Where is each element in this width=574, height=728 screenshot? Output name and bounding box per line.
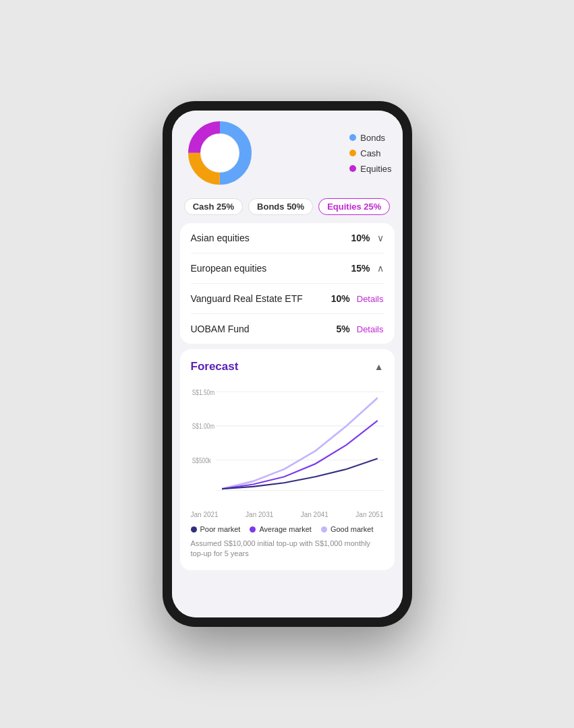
forecast-legend: Poor market Average market Good market bbox=[191, 525, 384, 533]
bonds-dot bbox=[349, 134, 356, 141]
alloc-right-uobam: 5% Details bbox=[337, 324, 384, 334]
alloc-row-asian[interactable]: Asian equities 10% ∨ bbox=[191, 223, 384, 253]
legend-item-equities: Equities bbox=[349, 164, 391, 174]
donut-chart bbox=[183, 116, 257, 190]
forecast-collapse-icon[interactable]: ▲ bbox=[374, 361, 384, 372]
forecast-chart: S$1.50m S$1.00m S$500k bbox=[191, 384, 384, 508]
alloc-label-european: European equities bbox=[191, 263, 267, 274]
chart-legend: Bonds Cash Equities bbox=[349, 133, 391, 174]
alloc-pct-asian: 10% bbox=[351, 233, 370, 243]
alloc-label-uobam: UOBAM Fund bbox=[191, 324, 250, 334]
pill-cash[interactable]: Cash 25% bbox=[184, 198, 243, 215]
alloc-label-vanguard: Vanguard Real Estate ETF bbox=[191, 293, 303, 304]
x-label-2041: Jan 2041 bbox=[301, 511, 328, 518]
pill-equities-label: Equities bbox=[327, 202, 364, 212]
forecast-card: Forecast ▲ S$1.50m S$1.00m S$500k bbox=[180, 349, 395, 570]
pill-bonds-label: Bonds bbox=[257, 202, 287, 212]
alloc-row-uobam[interactable]: UOBAM Fund 5% Details bbox=[191, 314, 384, 344]
pill-equities-value: 25% bbox=[364, 202, 381, 212]
fl-label-average: Average market bbox=[259, 525, 311, 533]
legend-label-equities: Equities bbox=[360, 164, 391, 174]
alloc-right-european: 15% ∧ bbox=[351, 263, 383, 274]
fl-item-good: Good market bbox=[321, 525, 374, 533]
screen-content: Bonds Cash Equities Cash 25% bbox=[172, 111, 403, 617]
svg-text:S$1.00m: S$1.00m bbox=[192, 423, 214, 431]
alloc-right-asian: 10% ∨ bbox=[351, 233, 383, 243]
svg-point-3 bbox=[201, 134, 239, 172]
pill-bonds[interactable]: Bonds 50% bbox=[248, 198, 313, 215]
svg-text:S$1.50m: S$1.50m bbox=[192, 389, 214, 396]
details-link-vanguard[interactable]: Details bbox=[357, 294, 384, 304]
forecast-header: Forecast ▲ bbox=[191, 360, 384, 373]
forecast-note: Assumed S$10,000 initial top-up with S$1… bbox=[191, 539, 384, 559]
x-label-2051: Jan 2051 bbox=[355, 511, 383, 518]
pill-cash-value: 25% bbox=[217, 202, 234, 212]
pills-row: Cash 25% Bonds 50% Equities 25% bbox=[172, 190, 403, 223]
x-axis-labels: Jan 2021 Jan 2031 Jan 2041 Jan 2051 bbox=[191, 508, 384, 518]
phone-frame: Bonds Cash Equities Cash 25% bbox=[163, 101, 412, 627]
donut-section: Bonds Cash Equities bbox=[172, 111, 403, 190]
legend-label-bonds: Bonds bbox=[360, 133, 385, 143]
average-market-dot bbox=[250, 526, 256, 533]
forecast-title: Forecast bbox=[191, 360, 239, 373]
poor-market-dot bbox=[191, 526, 197, 533]
fl-item-poor: Poor market bbox=[191, 525, 241, 533]
alloc-label-asian: Asian equities bbox=[191, 233, 250, 243]
svg-text:S$500k: S$500k bbox=[192, 457, 210, 464]
fl-label-good: Good market bbox=[331, 525, 374, 533]
phone-screen: Bonds Cash Equities Cash 25% bbox=[172, 111, 403, 617]
alloc-pct-vanguard: 10% bbox=[331, 293, 350, 304]
pill-cash-label: Cash bbox=[193, 202, 217, 212]
x-label-2031: Jan 2031 bbox=[246, 511, 273, 518]
legend-item-bonds: Bonds bbox=[349, 133, 391, 143]
fl-item-average: Average market bbox=[250, 525, 311, 533]
alloc-right-vanguard: 10% Details bbox=[331, 293, 384, 304]
alloc-pct-uobam: 5% bbox=[337, 324, 350, 334]
legend-label-cash: Cash bbox=[360, 148, 380, 158]
cash-dot bbox=[349, 150, 356, 156]
pill-bonds-value: 50% bbox=[287, 202, 304, 212]
alloc-pct-european: 15% bbox=[351, 263, 370, 274]
equities-dot bbox=[349, 165, 356, 172]
alloc-row-vanguard[interactable]: Vanguard Real Estate ETF 10% Details bbox=[191, 284, 384, 314]
pill-equities[interactable]: Equities 25% bbox=[318, 198, 390, 215]
chevron-up-icon[interactable]: ∧ bbox=[377, 263, 384, 274]
details-link-uobam[interactable]: Details bbox=[357, 324, 384, 334]
allocation-card: Asian equities 10% ∨ European equities 1… bbox=[180, 223, 395, 344]
alloc-row-european[interactable]: European equities 15% ∧ bbox=[191, 253, 384, 284]
chevron-down-icon[interactable]: ∨ bbox=[377, 233, 384, 243]
legend-item-cash: Cash bbox=[349, 148, 391, 158]
fl-label-poor: Poor market bbox=[200, 525, 241, 533]
x-label-2021: Jan 2021 bbox=[191, 511, 219, 518]
good-market-dot bbox=[321, 526, 327, 533]
